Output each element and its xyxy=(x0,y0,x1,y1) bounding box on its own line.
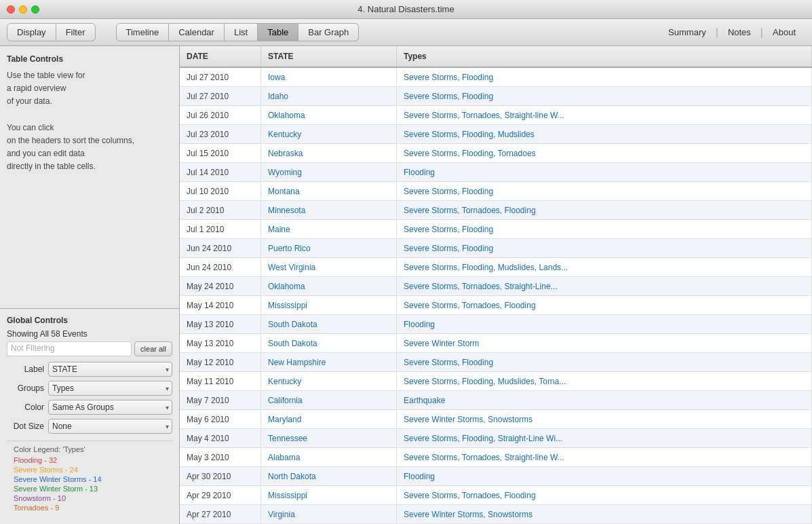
zoom-button[interactable] xyxy=(31,5,39,14)
td-state[interactable]: Kentucky xyxy=(261,125,397,143)
th-types[interactable]: Types xyxy=(397,46,812,67)
td-state[interactable]: Minnesota xyxy=(261,201,397,219)
td-types: Severe Storms, Tornadoes, Flooding xyxy=(397,201,812,219)
td-state[interactable]: Alabama xyxy=(261,448,397,466)
td-state[interactable]: Idaho xyxy=(261,87,397,105)
table-row[interactable]: May 6 2010MarylandSevere Winter Storms, … xyxy=(180,410,812,429)
td-state[interactable]: New Hampshire xyxy=(261,353,397,371)
calendar-button[interactable]: Calendar xyxy=(169,23,225,41)
td-types: Flooding xyxy=(397,315,812,333)
td-types: Earthquake xyxy=(397,391,812,409)
label-select[interactable]: STATE xyxy=(48,362,172,377)
dot-size-control-label: Dot Size xyxy=(7,422,44,431)
td-types: Severe Storms, Flooding xyxy=(397,182,812,200)
table-row[interactable]: Jul 15 2010NebraskaSevere Storms, Floodi… xyxy=(180,144,812,163)
summary-button[interactable]: Summary xyxy=(659,24,716,41)
th-date[interactable]: DATE xyxy=(180,46,261,67)
td-date: Jun 24 2010 xyxy=(180,239,261,257)
table-row[interactable]: Jul 27 2010IdahoSevere Storms, Flooding xyxy=(180,87,812,106)
groups-select[interactable]: Types xyxy=(48,381,172,396)
display-button[interactable]: Display xyxy=(7,23,56,41)
table-row[interactable]: Jul 14 2010WyomingFlooding xyxy=(180,163,812,182)
table-row[interactable]: Apr 30 2010North DakotaFlooding xyxy=(180,467,812,486)
table-body[interactable]: Jul 27 2010IowaSevere Storms, FloodingJu… xyxy=(180,68,812,524)
table-row[interactable]: May 13 2010South DakotaSevere Winter Sto… xyxy=(180,334,812,353)
td-state[interactable]: Maryland xyxy=(261,410,397,428)
td-state[interactable]: Mississippi xyxy=(261,486,397,504)
about-button[interactable]: About xyxy=(763,24,805,41)
td-types: Severe Storms, Tornadoes, Straight-Line.… xyxy=(397,277,812,295)
table-row[interactable]: May 3 2010AlabamaSevere Storms, Tornadoe… xyxy=(180,448,812,467)
dot-size-select-wrapper: None xyxy=(48,419,172,434)
close-button[interactable] xyxy=(7,5,15,14)
notes-button[interactable]: Notes xyxy=(718,24,760,41)
filter-row: Not Filtering clear all xyxy=(7,341,172,356)
td-state[interactable]: Montana xyxy=(261,182,397,200)
td-state[interactable]: North Dakota xyxy=(261,467,397,485)
traffic-lights xyxy=(7,5,39,14)
td-state[interactable]: Wyoming xyxy=(261,163,397,181)
table-row[interactable]: May 7 2010CaliforniaEarthquake xyxy=(180,391,812,410)
td-types: Severe Storms, Flooding, Mudslides, Torn… xyxy=(397,372,812,390)
td-date: Jun 24 2010 xyxy=(180,258,261,276)
table-row[interactable]: May 24 2010OklahomaSevere Storms, Tornad… xyxy=(180,277,812,296)
table-row[interactable]: Jul 23 2010KentuckySevere Storms, Floodi… xyxy=(180,125,812,144)
td-state[interactable]: Iowa xyxy=(261,68,397,86)
minimize-button[interactable] xyxy=(19,5,27,14)
table-row[interactable]: Jul 10 2010MontanaSevere Storms, Floodin… xyxy=(180,182,812,201)
table-row[interactable]: Apr 27 2010VirginiaSevere Winter Storms,… xyxy=(180,505,812,524)
td-types: Severe Storms, Flooding xyxy=(397,68,812,86)
th-state[interactable]: STATE xyxy=(261,46,397,67)
table-row[interactable]: Jul 27 2010IowaSevere Storms, Flooding xyxy=(180,68,812,87)
td-state[interactable]: Nebraska xyxy=(261,144,397,162)
table-row[interactable]: May 12 2010New HampshireSevere Storms, F… xyxy=(180,353,812,372)
legend-item-severe-winter-storms: Severe Winter Storms - 14 xyxy=(14,475,166,483)
filter-button[interactable]: Filter xyxy=(56,23,96,41)
color-select[interactable]: Same As Groups xyxy=(48,400,172,415)
dot-size-control-row: Dot Size None xyxy=(7,419,172,434)
td-state[interactable]: California xyxy=(261,391,397,409)
td-state[interactable]: Oklahoma xyxy=(261,277,397,295)
td-types: Severe Storms, Tornadoes, Flooding xyxy=(397,486,812,504)
td-state[interactable]: Maine xyxy=(261,220,397,238)
clear-all-button[interactable]: clear all xyxy=(134,341,172,356)
dot-size-select[interactable]: None xyxy=(48,419,172,434)
td-state[interactable]: South Dakota xyxy=(261,315,397,333)
help-text: Use the table view for a rapid overview … xyxy=(7,69,172,174)
table-row[interactable]: May 11 2010KentuckySevere Storms, Floodi… xyxy=(180,372,812,391)
timeline-button[interactable]: Timeline xyxy=(116,23,170,41)
table-header-row: DATE STATE Types xyxy=(180,46,812,68)
list-button[interactable]: List xyxy=(225,23,258,41)
td-state[interactable]: Tennessee xyxy=(261,429,397,447)
table-row[interactable]: Jun 24 2010West VirginiaSevere Storms, F… xyxy=(180,258,812,277)
table-row[interactable]: May 14 2010MississippiSevere Storms, Tor… xyxy=(180,296,812,315)
toolbar: Display Filter Timeline Calendar List Ta… xyxy=(0,19,812,46)
td-date: May 7 2010 xyxy=(180,391,261,409)
main-content: Table Controls Use the table view for a … xyxy=(0,46,812,524)
bar-graph-button[interactable]: Bar Graph xyxy=(298,23,359,41)
td-state[interactable]: West Virginia xyxy=(261,258,397,276)
td-state[interactable]: Oklahoma xyxy=(261,106,397,124)
table-row[interactable]: Jul 1 2010MaineSevere Storms, Flooding xyxy=(180,220,812,239)
table-row[interactable]: Jun 24 2010Puerto RicoSevere Storms, Flo… xyxy=(180,239,812,258)
table-row[interactable]: Jul 26 2010OklahomaSevere Storms, Tornad… xyxy=(180,106,812,125)
td-date: Jul 10 2010 xyxy=(180,182,261,200)
legend-item-severe-winter-storm: Severe Winter Storm - 13 xyxy=(14,485,166,493)
table-row[interactable]: Jul 2 2010MinnesotaSevere Storms, Tornad… xyxy=(180,201,812,220)
table-button[interactable]: Table xyxy=(258,23,298,41)
td-state[interactable]: Virginia xyxy=(261,505,397,523)
table-row[interactable]: May 4 2010TennesseeSevere Storms, Floodi… xyxy=(180,429,812,448)
td-state[interactable]: Mississippi xyxy=(261,296,397,314)
help-line1: Use the table view for xyxy=(7,71,85,80)
td-state[interactable]: Kentucky xyxy=(261,372,397,390)
table-row[interactable]: May 13 2010South DakotaFlooding xyxy=(180,315,812,334)
legend-tornadoes-label: Tornadoes - 9 xyxy=(14,504,59,512)
table-row[interactable]: Apr 29 2010MississippiSevere Storms, Tor… xyxy=(180,486,812,505)
td-date: May 13 2010 xyxy=(180,334,261,352)
help-line2: a rapid overview xyxy=(7,83,66,93)
td-state[interactable]: Puerto Rico xyxy=(261,239,397,257)
td-date: May 4 2010 xyxy=(180,429,261,447)
td-state[interactable]: South Dakota xyxy=(261,334,397,352)
td-date: Jul 27 2010 xyxy=(180,87,261,105)
showing-events-label: Showing All 58 Events xyxy=(7,329,172,339)
